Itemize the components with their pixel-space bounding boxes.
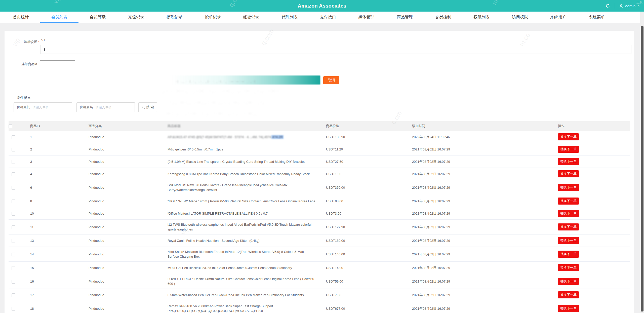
blur-remnant: ·¸ˌ·—·¸ˌ ·—ˌ¸· —·¸ˌ· ¸·—ˌ ·¸—· ˌ·¸ — [171, 101, 265, 104]
row-checkbox[interactable] — [12, 253, 15, 256]
search-button-label: 搜 索 — [146, 105, 154, 109]
nav-tab[interactable]: 会员列表 — [50, 12, 69, 23]
row-checkbox[interactable] — [12, 135, 15, 139]
category-cell: Pinduoduo — [82, 155, 160, 168]
app-title: Amazon Associates — [298, 3, 346, 9]
date-cell: 2021年08月02日 16:07:29 — [405, 180, 551, 195]
nav-tab[interactable]: 抢单记录 — [203, 12, 222, 23]
price-max-input[interactable] — [95, 103, 135, 112]
connect-product-id-input[interactable] — [40, 60, 75, 67]
title-cell: Royal Canin Feline Health Nutrition - Se… — [160, 234, 319, 247]
connect-setting-input[interactable] — [40, 45, 631, 54]
replace-next-order-button[interactable]: 替换下一单 — [558, 210, 579, 217]
price-min-input[interactable] — [32, 103, 72, 112]
search-button[interactable]: 搜 索 — [138, 102, 157, 112]
category-cell: Pinduoduo — [82, 301, 160, 313]
col-price: 商品价格 — [319, 121, 405, 131]
product-id-cell: 10 — [23, 207, 82, 220]
nav-tab[interactable]: 访问权限 — [510, 12, 530, 23]
replace-next-order-button[interactable]: 替换下一单 — [558, 198, 579, 205]
price-cell: USDT27.50 — [319, 155, 405, 168]
refresh-icon[interactable] — [605, 3, 610, 8]
blurred-banner-text: ·| .¸ˌ· |ˌ·¸ .·ˌ ¸|· ·ˌ¸·|ˌ·¸ ·—·—·— ˌ·¸… — [176, 80, 311, 83]
replace-next-order-button[interactable]: 替换下一单 — [558, 278, 579, 285]
replace-next-order-button[interactable]: 替换下一单 — [558, 264, 579, 271]
row-checkbox[interactable] — [12, 172, 15, 176]
price-max-label: 价格最高 — [77, 105, 95, 109]
nav-tab[interactable]: 交易控制 — [434, 12, 453, 23]
blur-remnant: —·¸ ˌ·— ·¸ ·— ¸·ˌ ·—¸ — [167, 112, 259, 115]
nav-tab[interactable]: 系统用户 — [549, 12, 568, 23]
nav-tab-label: 系统菜单 — [589, 15, 605, 20]
row-checkbox[interactable] — [12, 307, 15, 311]
replace-next-order-button[interactable]: 替换下一单 — [558, 291, 579, 298]
row-checkbox[interactable] — [12, 280, 15, 284]
nav-tab[interactable]: 首页统计 — [11, 12, 30, 23]
nav-tab[interactable]: 充值记录 — [127, 12, 146, 23]
price-cell: USDT1.90 — [319, 168, 405, 180]
select-all-checkbox[interactable] — [9, 124, 12, 128]
row-checkbox[interactable] — [12, 186, 15, 190]
col-product-id: 商品ID — [23, 121, 82, 131]
row-checkbox[interactable] — [12, 200, 15, 203]
replace-next-order-button[interactable]: 替换下一单 — [558, 305, 579, 312]
row-checkbox[interactable] — [12, 293, 15, 297]
date-cell: 2021年08月02日 16:07:29 — [405, 274, 551, 289]
replace-next-order-button[interactable]: 替换下一单 — [558, 237, 579, 244]
nav-tab[interactable]: 代理列表 — [280, 12, 299, 23]
col-category: 商品分类 — [82, 121, 160, 131]
title-cell: M&g gel pen r3/r5 0.5mm/0.7mm 1pcs — [160, 143, 319, 155]
nav-tab[interactable]: 系统菜单 — [587, 12, 606, 23]
category-cell: Pinduoduo — [82, 234, 160, 247]
category-cell: Pinduoduo — [82, 180, 160, 195]
nav-tab[interactable]: 媒体管理 — [357, 12, 376, 23]
table-row: 3 Pinduoduo (0.5-1.0MM) Elastic Line Tra… — [9, 155, 630, 168]
price-cell: USDT11.20 — [319, 143, 405, 155]
date-cell: 2021年08月02日 16:07:29 — [405, 207, 551, 220]
nav-tab[interactable]: 客服列表 — [472, 12, 491, 23]
cancel-button[interactable]: 取消 — [323, 76, 339, 84]
row-checkbox[interactable] — [12, 225, 15, 229]
product-id-cell: 1 — [23, 131, 82, 143]
nav-tab-label: 代理列表 — [281, 15, 298, 20]
row-checkbox[interactable] — [12, 148, 15, 151]
row-checkbox[interactable] — [12, 266, 15, 270]
scrollbar-track[interactable] — [640, 12, 644, 313]
table-row: 4 Pinduoduo Kerongsang 0.8CM 1pc Batu Ko… — [9, 168, 630, 180]
row-checkbox[interactable] — [12, 212, 15, 216]
replace-next-order-button[interactable]: 替换下一单 — [558, 133, 579, 140]
nav-tab[interactable]: 账变记录 — [242, 12, 261, 23]
product-id-cell: 11 — [23, 220, 82, 234]
replace-next-order-button[interactable]: 替换下一单 — [558, 146, 579, 153]
date-cell: 2022年05月24日 11:52:46 — [405, 131, 551, 143]
nav-tab-label: 商品管理 — [397, 15, 413, 20]
row-checkbox[interactable] — [12, 160, 15, 164]
replace-next-order-button[interactable]: 替换下一单 — [558, 184, 579, 191]
date-cell: 2021年08月02日 16:07:29 — [405, 195, 551, 207]
replace-next-order-button[interactable]: 替换下一单 — [558, 170, 579, 177]
row-checkbox[interactable] — [12, 239, 15, 243]
nav-tab-label: 访问权限 — [512, 15, 528, 20]
nav-tab[interactable]: 商品管理 — [395, 12, 414, 23]
date-cell: 2021年08月02日 16:07:29 — [405, 247, 551, 262]
replace-next-order-button[interactable]: 替换下一单 — [558, 251, 579, 258]
category-cell: Pinduoduo — [82, 274, 160, 289]
nav-tab[interactable]: 会员等级 — [88, 12, 107, 23]
table-row: 11 Pinduoduo i12 TWS Bluetooth wireless … — [9, 220, 630, 234]
title-cell: (0.5-1.0MM) Elastic Line Transparent Cry… — [160, 155, 319, 168]
category-cell: Pinduoduo — [82, 262, 160, 274]
title-cell: *Hot Sales* Macaron Bluetooth Earpod InP… — [160, 247, 319, 262]
replace-next-order-button[interactable]: 替换下一单 — [558, 223, 579, 230]
scrollbar-thumb[interactable] — [641, 26, 643, 311]
user-icon — [619, 4, 623, 8]
product-id-cell: 14 — [23, 247, 82, 262]
price-cell: USDT140.00 — [319, 247, 405, 262]
title-cell: Kerongsang 0.8CM 1pc Batu Korea Baby Bro… — [160, 168, 319, 180]
user-menu[interactable]: admin — [619, 4, 640, 8]
table-row: 8 Pinduoduo *HOT* *NEW* Made 14mm ( Powe… — [9, 195, 630, 207]
nav-tab-label: 媒体管理 — [358, 15, 374, 20]
nav-tab[interactable]: 支付接口 — [318, 12, 338, 23]
replace-next-order-button[interactable]: 替换下一单 — [558, 158, 579, 165]
nav-tab[interactable]: 提现记录 — [165, 12, 184, 23]
main-panel: vip q.com m.co c.om vip 连单设置* 5 / 连单商品id… — [5, 31, 634, 313]
